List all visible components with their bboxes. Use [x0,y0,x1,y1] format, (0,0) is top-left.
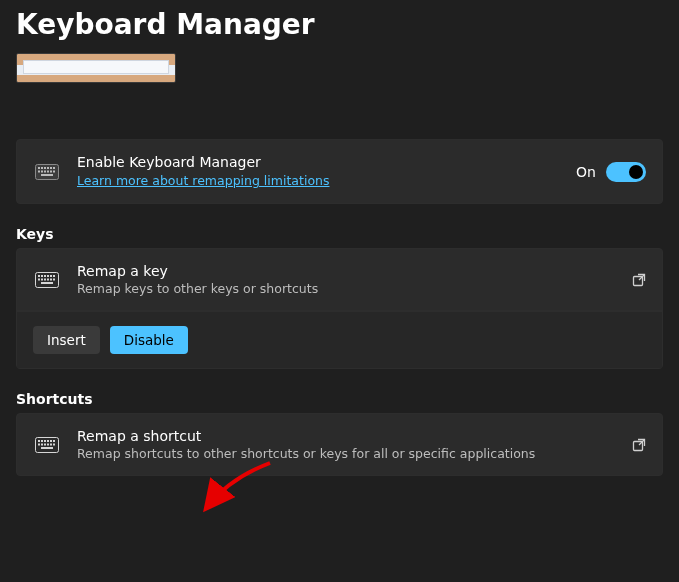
key-chip-from[interactable]: Insert [33,326,100,354]
toggle-state-label: On [576,164,596,180]
svg-rect-32 [44,440,46,442]
svg-rect-19 [50,275,52,277]
svg-rect-33 [47,440,49,442]
remap-shortcut-card: Remap a shortcut Remap shortcuts to othe… [16,413,663,476]
remap-shortcut-row[interactable]: Remap a shortcut Remap shortcuts to othe… [17,414,662,475]
key-mapping-list: Insert Disable [17,311,662,368]
svg-rect-34 [50,440,52,442]
enable-title: Enable Keyboard Manager [77,154,560,170]
key-chip-to[interactable]: Disable [110,326,188,354]
svg-rect-23 [44,278,46,280]
remap-key-card: Remap a key Remap keys to other keys or … [16,248,663,369]
svg-rect-11 [50,170,52,172]
svg-rect-22 [41,278,43,280]
svg-rect-15 [38,275,40,277]
open-icon[interactable] [632,438,646,452]
keys-section-header: Keys [16,226,663,242]
svg-rect-7 [38,170,40,172]
enable-row: Enable Keyboard Manager Learn more about… [17,140,662,203]
svg-rect-31 [41,440,43,442]
svg-rect-18 [47,275,49,277]
svg-rect-40 [50,443,52,445]
svg-rect-4 [47,167,49,169]
svg-rect-9 [44,170,46,172]
keyboard-icon [33,272,61,288]
svg-rect-17 [44,275,46,277]
svg-rect-21 [38,278,40,280]
svg-rect-37 [41,443,43,445]
svg-rect-20 [53,275,55,277]
svg-rect-2 [41,167,43,169]
remap-key-title: Remap a key [77,263,616,279]
page-title: Keyboard Manager [0,0,679,53]
keyboard-icon [33,164,61,180]
svg-rect-26 [53,278,55,280]
svg-rect-39 [47,443,49,445]
learn-more-link[interactable]: Learn more about remapping limitations [77,173,329,188]
keyboard-icon [33,437,61,453]
svg-rect-35 [53,440,55,442]
svg-rect-25 [50,278,52,280]
svg-rect-36 [38,443,40,445]
svg-rect-16 [41,275,43,277]
svg-rect-42 [41,447,53,449]
svg-rect-6 [53,167,55,169]
svg-rect-38 [44,443,46,445]
remap-key-subtitle: Remap keys to other keys or shortcuts [77,281,616,296]
svg-rect-24 [47,278,49,280]
preview-thumbnail [16,53,176,83]
svg-rect-27 [41,282,53,284]
svg-rect-41 [53,443,55,445]
svg-rect-12 [53,170,55,172]
svg-rect-30 [38,440,40,442]
svg-rect-13 [41,174,53,176]
svg-rect-10 [47,170,49,172]
remap-shortcut-subtitle: Remap shortcuts to other shortcuts or ke… [77,446,616,461]
remap-shortcut-title: Remap a shortcut [77,428,616,444]
enable-toggle[interactable] [606,162,646,182]
svg-rect-5 [50,167,52,169]
remap-key-row[interactable]: Remap a key Remap keys to other keys or … [17,249,662,311]
shortcuts-section-header: Shortcuts [16,391,663,407]
svg-rect-1 [38,167,40,169]
enable-card: Enable Keyboard Manager Learn more about… [16,139,663,204]
open-icon[interactable] [632,273,646,287]
svg-rect-8 [41,170,43,172]
svg-rect-3 [44,167,46,169]
